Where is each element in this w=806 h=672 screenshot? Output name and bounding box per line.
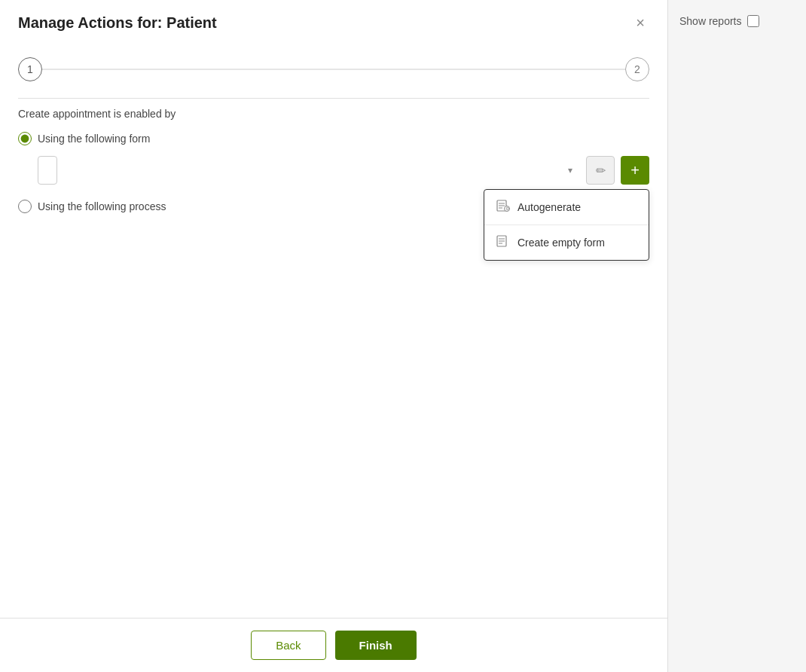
show-reports-label: Show reports: [679, 15, 741, 27]
svg-text:⚙: ⚙: [505, 206, 509, 211]
finish-button[interactable]: Finish: [335, 631, 417, 660]
form-select[interactable]: [38, 156, 57, 185]
radio-process-label: Using the following process: [38, 200, 166, 212]
radio-option-form: Using the following form: [18, 132, 649, 145]
edit-button[interactable]: ✏: [586, 156, 615, 185]
menu-item-autogenerate[interactable]: ⚙ Autogenerate: [484, 190, 649, 225]
chevron-down-icon: ▾: [568, 165, 572, 176]
add-button-wrapper: + ⚙: [621, 156, 649, 185]
edit-icon: ✏: [596, 163, 606, 178]
main-dialog: Manage Actions for: Patient × 1 2 Create…: [0, 0, 667, 672]
add-dropdown-menu: ⚙ Autogenerate: [484, 189, 649, 261]
create-empty-form-label: Create empty form: [517, 237, 605, 249]
section-divider: [18, 98, 649, 99]
stepper-step-2[interactable]: 2: [625, 57, 649, 81]
side-panel: Show reports: [667, 0, 806, 672]
form-select-wrapper: ▾: [38, 156, 580, 185]
show-reports-container: Show reports: [679, 15, 795, 27]
dialog-footer: Back Finish: [0, 618, 667, 672]
add-button[interactable]: +: [621, 156, 649, 185]
stepper-step-1[interactable]: 1: [18, 57, 42, 81]
autogenerate-label: Autogenerate: [517, 201, 581, 213]
create-empty-form-icon: [496, 234, 510, 251]
menu-item-create-empty[interactable]: Create empty form: [484, 225, 649, 260]
radio-form-label: Using the following form: [38, 133, 150, 145]
dialog-content: Create appointment is enabled by Using t…: [0, 108, 667, 618]
autogenerate-icon: ⚙: [496, 199, 510, 215]
dropdown-row: ▾ ✏ +: [38, 156, 649, 185]
stepper-line: [18, 69, 649, 70]
dialog-title: Manage Actions for: Patient: [18, 14, 217, 32]
back-button[interactable]: Back: [251, 631, 325, 660]
dialog-header: Manage Actions for: Patient ×: [0, 0, 667, 42]
stepper-container: 1 2: [0, 42, 667, 89]
section-label: Create appointment is enabled by: [18, 108, 649, 120]
show-reports-checkbox[interactable]: [747, 15, 759, 27]
radio-form-input[interactable]: [18, 132, 32, 145]
radio-process-input[interactable]: [18, 200, 32, 213]
plus-icon: +: [630, 163, 640, 178]
stepper: 1 2: [18, 57, 649, 81]
close-button[interactable]: ×: [631, 14, 649, 32]
